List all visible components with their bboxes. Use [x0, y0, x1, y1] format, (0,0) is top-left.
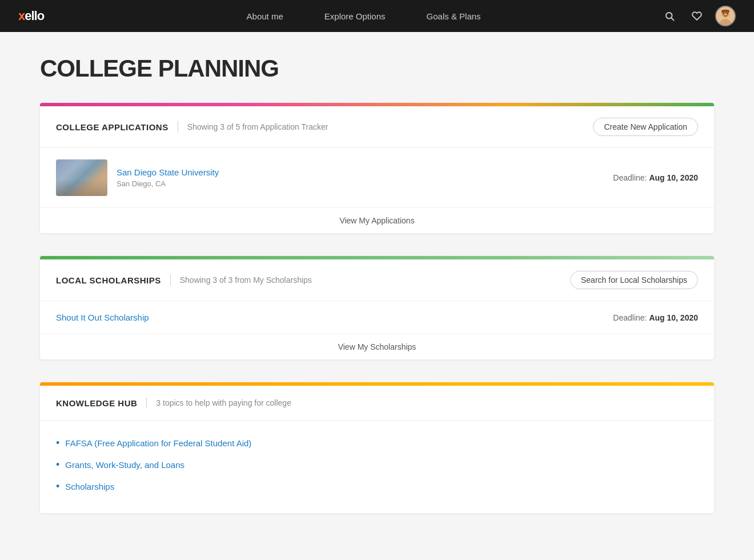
- user-avatar[interactable]: [715, 6, 736, 26]
- nav-goals-plans[interactable]: Goals & Plans: [406, 0, 502, 32]
- knowledge-title: KNOWLEDGE HUB: [56, 398, 137, 408]
- applications-subtitle: Showing 3 of 5 from Application Tracker: [187, 122, 328, 131]
- logo[interactable]: xello: [18, 9, 44, 23]
- scholarship-deadline-value: Aug 10, 2020: [649, 313, 698, 322]
- applications-header: COLLEGE APPLICATIONS Showing 3 of 5 from…: [40, 106, 714, 148]
- scholarships-subtitle: Showing 3 of 3 from My Scholarships: [180, 275, 312, 285]
- search-icon[interactable]: [660, 7, 679, 25]
- nav-about-me[interactable]: About me: [226, 0, 304, 32]
- svg-line-1: [671, 18, 673, 20]
- view-applications-row: View My Applications: [40, 208, 714, 233]
- favorites-icon[interactable]: [688, 7, 706, 25]
- nav-explore-options[interactable]: Explore Options: [304, 0, 406, 32]
- application-row: San Diego State University San Diego, CA…: [40, 148, 714, 208]
- main-content: COLLEGE PLANNING COLLEGE APPLICATIONS Sh…: [17, 32, 737, 560]
- view-scholarships-row: View My Scholarships: [40, 334, 714, 359]
- scholarships-title: LOCAL SCHOLARSHIPS: [56, 275, 161, 285]
- create-application-button[interactable]: Create New Application: [593, 118, 698, 136]
- view-scholarships-link[interactable]: View My Scholarships: [338, 342, 416, 351]
- application-info: San Diego State University San Diego, CA: [117, 167, 604, 188]
- header-divider-2: [170, 274, 171, 286]
- bullet-icon-1: •: [56, 438, 59, 448]
- svg-point-7: [721, 14, 724, 15]
- university-location: San Diego, CA: [117, 179, 604, 188]
- college-applications-section: COLLEGE APPLICATIONS Showing 3 of 5 from…: [40, 103, 714, 233]
- scholarship-deadline-label: Deadline:: [613, 313, 647, 322]
- knowledge-item-1: • FAFSA (Free Application for Federal St…: [56, 432, 698, 454]
- bullet-icon-3: •: [56, 481, 59, 491]
- university-name-link[interactable]: San Diego State University: [117, 167, 219, 177]
- knowledge-hub-section: KNOWLEDGE HUB 3 topics to help with payi…: [40, 382, 714, 513]
- knowledge-link-grants[interactable]: Grants, Work-Study, and Loans: [65, 460, 185, 470]
- bullet-icon-2: •: [56, 459, 59, 470]
- knowledge-subtitle: 3 topics to help with paying for college: [156, 398, 291, 407]
- svg-rect-9: [721, 10, 729, 13]
- header-divider: [178, 121, 178, 133]
- knowledge-list: • FAFSA (Free Application for Federal St…: [40, 421, 714, 513]
- application-deadline: Deadline: Aug 10, 2020: [613, 173, 698, 182]
- deadline-label: Deadline:: [613, 173, 647, 182]
- knowledge-link-scholarships[interactable]: Scholarships: [65, 482, 114, 491]
- page-title: COLLEGE PLANNING: [40, 55, 714, 82]
- nav-actions: [660, 6, 736, 26]
- university-image: [56, 159, 107, 196]
- header-divider-3: [146, 397, 147, 409]
- navigation: xello About me Explore Options Goals & P…: [0, 0, 754, 32]
- svg-point-8: [727, 14, 729, 15]
- scholarship-row: Shout It Out Scholarship Deadline: Aug 1…: [40, 301, 714, 334]
- nav-links: About me Explore Options Goals & Plans: [67, 0, 660, 32]
- knowledge-header: KNOWLEDGE HUB 3 topics to help with payi…: [40, 386, 714, 421]
- scholarship-name-link[interactable]: Shout It Out Scholarship: [56, 313, 149, 322]
- view-applications-link[interactable]: View My Applications: [339, 216, 414, 225]
- scholarship-deadline: Deadline: Aug 10, 2020: [613, 313, 698, 322]
- deadline-value: Aug 10, 2020: [649, 173, 698, 182]
- knowledge-item-3: • Scholarships: [56, 475, 698, 497]
- campus-thumbnail: [56, 159, 107, 196]
- local-scholarships-section: LOCAL SCHOLARSHIPS Showing 3 of 3 from M…: [40, 256, 714, 359]
- search-scholarships-button[interactable]: Search for Local Scholarships: [570, 271, 698, 289]
- applications-title: COLLEGE APPLICATIONS: [56, 122, 169, 132]
- knowledge-link-fafsa[interactable]: FAFSA (Free Application for Federal Stud…: [65, 438, 251, 448]
- knowledge-item-2: • Grants, Work-Study, and Loans: [56, 454, 698, 475]
- scholarships-header: LOCAL SCHOLARSHIPS Showing 3 of 3 from M…: [40, 259, 714, 301]
